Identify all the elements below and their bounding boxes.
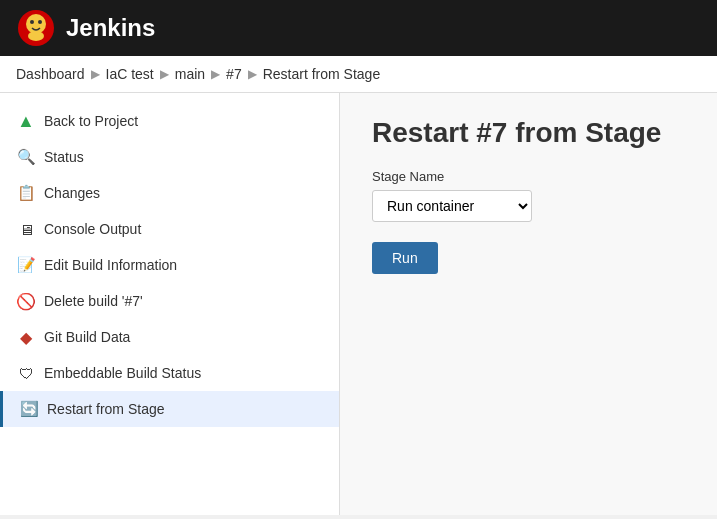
sidebar-item-embeddable-build-status[interactable]: 🛡 Embeddable Build Status (0, 355, 339, 391)
breadcrumb-sep-4: ▶ (248, 67, 257, 81)
breadcrumb-main[interactable]: main (175, 66, 205, 82)
sidebar-item-console-output[interactable]: 🖥 Console Output (0, 211, 339, 247)
breadcrumb-dashboard[interactable]: Dashboard (16, 66, 85, 82)
embeddable-icon: 🛡 (16, 363, 36, 383)
back-icon: ▲ (16, 111, 36, 131)
app-header: Jenkins (0, 0, 717, 56)
page-title: Restart #7 from Stage (372, 117, 685, 149)
sidebar: ▲ Back to Project 🔍 Status 📋 Changes 🖥 C… (0, 93, 340, 515)
jenkins-logo (16, 8, 56, 48)
sidebar-item-restart-from-stage[interactable]: 🔄 Restart from Stage (0, 391, 339, 427)
changes-icon: 📋 (16, 183, 36, 203)
restart-icon: 🔄 (19, 399, 39, 419)
app-title: Jenkins (66, 14, 155, 42)
stage-name-select[interactable]: Run container (372, 190, 532, 222)
sidebar-label-edit-build-info: Edit Build Information (44, 257, 177, 273)
breadcrumb-sep-3: ▶ (211, 67, 220, 81)
breadcrumb-iac-test[interactable]: IaC test (106, 66, 154, 82)
svg-point-4 (38, 20, 42, 24)
sidebar-label-back-to-project: Back to Project (44, 113, 138, 129)
stage-name-label: Stage Name (372, 169, 685, 184)
sidebar-item-edit-build-info[interactable]: 📝 Edit Build Information (0, 247, 339, 283)
main-content: Restart #7 from Stage Stage Name Run con… (340, 93, 717, 515)
breadcrumb-sep-1: ▶ (91, 67, 100, 81)
svg-point-3 (30, 20, 34, 24)
svg-point-2 (28, 31, 44, 41)
run-button[interactable]: Run (372, 242, 438, 274)
sidebar-label-changes: Changes (44, 185, 100, 201)
status-icon: 🔍 (16, 147, 36, 167)
sidebar-item-back-to-project[interactable]: ▲ Back to Project (0, 103, 339, 139)
edit-icon: 📝 (16, 255, 36, 275)
sidebar-label-status: Status (44, 149, 84, 165)
sidebar-label-delete-build: Delete build '#7' (44, 293, 143, 309)
console-icon: 🖥 (16, 219, 36, 239)
page-layout: ▲ Back to Project 🔍 Status 📋 Changes 🖥 C… (0, 93, 717, 515)
delete-icon: 🚫 (16, 291, 36, 311)
breadcrumb-sep-2: ▶ (160, 67, 169, 81)
stage-name-field: Stage Name Run container (372, 169, 685, 222)
sidebar-label-git-build-data: Git Build Data (44, 329, 130, 345)
sidebar-item-changes[interactable]: 📋 Changes (0, 175, 339, 211)
git-icon: ◆ (16, 327, 36, 347)
sidebar-item-delete-build[interactable]: 🚫 Delete build '#7' (0, 283, 339, 319)
sidebar-item-git-build-data[interactable]: ◆ Git Build Data (0, 319, 339, 355)
sidebar-label-restart-from-stage: Restart from Stage (47, 401, 165, 417)
sidebar-label-embeddable-build-status: Embeddable Build Status (44, 365, 201, 381)
breadcrumb-build-number[interactable]: #7 (226, 66, 242, 82)
sidebar-label-console-output: Console Output (44, 221, 141, 237)
breadcrumb-restart-from-stage[interactable]: Restart from Stage (263, 66, 381, 82)
sidebar-item-status[interactable]: 🔍 Status (0, 139, 339, 175)
breadcrumb: Dashboard ▶ IaC test ▶ main ▶ #7 ▶ Resta… (0, 56, 717, 93)
